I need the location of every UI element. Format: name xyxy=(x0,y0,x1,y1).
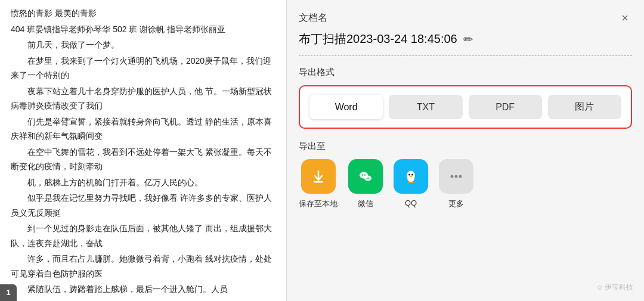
doc-name-row: 布丁扫描2023-03-24 18:45:06 ✏ xyxy=(299,31,632,56)
wechat-icon xyxy=(348,159,383,194)
svg-point-7 xyxy=(367,178,368,179)
more-label: 更多 xyxy=(448,198,464,209)
svg-point-8 xyxy=(369,178,370,179)
svg-point-19 xyxy=(455,175,458,178)
svg-point-20 xyxy=(459,175,462,178)
text-line-12: 紧随队伍，踌躇着踏上舷梯，最后一个进入舱门。人员 xyxy=(11,282,275,297)
text-line-6: 们先是举臂宣誓，紧接着就转身奔向飞机。透过 静的生活，原本喜庆祥和的新年气氛瞬间… xyxy=(11,114,275,144)
app-wechat[interactable]: 微信 xyxy=(348,159,383,209)
text-line-4: 在梦里，我来到了一个灯火通明的飞机场，2020庚子鼠年，我们迎来了一个特别的 xyxy=(11,54,275,83)
export-format-box: Word TXT PDF 图片 xyxy=(299,85,632,129)
export-app-grid: 保存至本地 微信 xyxy=(299,159,632,209)
svg-point-5 xyxy=(362,174,363,175)
svg-point-15 xyxy=(408,182,411,183)
wechat-label: 微信 xyxy=(358,198,373,209)
export-format-label: 导出格式 xyxy=(299,67,632,78)
format-pdf-button[interactable]: PDF xyxy=(469,95,542,119)
save-local-label: 保存至本地 xyxy=(299,198,338,209)
text-line-7: 在空中飞舞的雪花，我看到不远处停着一架大飞 紧张凝重。每天不断变化的疫情，时刻牵… xyxy=(11,145,275,174)
close-button[interactable]: × xyxy=(618,11,632,25)
svg-point-14 xyxy=(410,176,412,178)
document-name: 布丁扫描2023-03-24 18:45:06 xyxy=(299,31,457,47)
export-to-label: 导出至 xyxy=(299,141,632,152)
svg-point-12 xyxy=(408,174,410,176)
svg-point-6 xyxy=(364,174,366,175)
text-line-13: 自告奋勇入员的身影，下船疫情 xyxy=(11,298,275,302)
app-qq[interactable]: QQ xyxy=(394,159,428,207)
format-image-button[interactable]: 图片 xyxy=(548,95,621,119)
text-line-8: 机，舷梯上方的机舱门打开着。亿万人民的心。 xyxy=(11,175,275,190)
more-icon xyxy=(439,159,473,194)
svg-point-18 xyxy=(451,175,454,178)
svg-point-16 xyxy=(411,182,414,183)
svg-point-13 xyxy=(411,174,413,176)
dialog-header: 文档名 × xyxy=(299,11,632,25)
text-line-5: 夜幕下站立着几十名身穿防护服的医护人员，他 节。一场新型冠状病毒肺炎疫情改变了我… xyxy=(11,84,275,113)
export-to-section: 导出至 保存至本地 xyxy=(299,141,632,289)
text-line-9: 似乎是我在记忆里努力寻找吧，我好像看 许许多多的专家、医护人员义无反顾挺 xyxy=(11,191,275,220)
page-number-badge: 1 xyxy=(0,284,17,301)
save-local-icon xyxy=(301,159,336,194)
app-save-local[interactable]: 保存至本地 xyxy=(299,159,338,209)
text-line-1: 愤怒的青影 最美的青影 xyxy=(11,6,275,21)
edit-icon[interactable]: ✏ xyxy=(463,32,473,46)
format-button-group: Word TXT PDF 图片 xyxy=(309,95,621,119)
format-txt-button[interactable]: TXT xyxy=(389,95,462,119)
text-line-3: 前几天，我做了一个梦。 xyxy=(11,38,275,52)
svg-point-4 xyxy=(364,176,371,181)
text-line-11: 许多，而且右占儿臁胼。她微微弓着背，小跑着 线对抗疫情，处处可见穿着白色防护服的… xyxy=(11,252,275,281)
document-text-panel: 愤怒的青影 最美的青影 404 班晏镇指导老师孙琴华 502 班 谢徐帆 指导老… xyxy=(0,0,286,301)
dialog-title: 文档名 xyxy=(299,12,327,24)
watermark: ⊙ 伊宝科技 xyxy=(597,283,633,293)
text-line-10: 到一个见过的身影走在队伍后面，被其他人矮了 而出，组成援鄂大队，连夜奔赴湖北，奋… xyxy=(11,221,275,250)
app-more[interactable]: 更多 xyxy=(439,159,473,209)
qq-label: QQ xyxy=(405,198,417,207)
export-dialog-panel: 文档名 × 布丁扫描2023-03-24 18:45:06 ✏ 导出格式 Wor… xyxy=(287,0,644,301)
svg-rect-1 xyxy=(314,181,323,183)
qq-icon xyxy=(394,159,428,194)
format-word-button[interactable]: Word xyxy=(309,95,383,119)
text-line-2: 404 班晏镇指导老师孙琴华 502 班 谢徐帆 指导老师张丽亚 xyxy=(11,22,275,37)
svg-point-11 xyxy=(408,177,414,182)
